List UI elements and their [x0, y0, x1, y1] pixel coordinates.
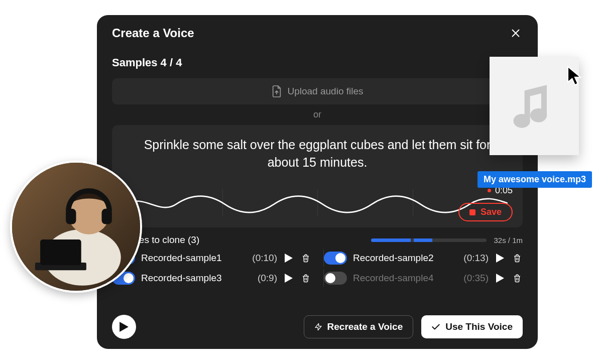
prompt-sentence: Sprinkle some salt over the eggplant cub… [127, 136, 508, 171]
svg-rect-11 [66, 209, 76, 224]
svg-rect-12 [102, 209, 112, 224]
bolt-icon [314, 321, 322, 332]
dragged-file-name-label: My awesome voice.mp3 [477, 171, 592, 188]
recreate-voice-label: Recreate a Voice [327, 321, 403, 332]
cursor-icon [566, 65, 583, 86]
svg-marker-4 [285, 274, 293, 283]
play-sample-button[interactable] [495, 253, 506, 264]
save-button-label: Save [481, 207, 502, 217]
svg-marker-7 [315, 323, 321, 330]
upload-file-icon [271, 85, 282, 98]
delete-sample-button[interactable] [512, 273, 523, 284]
svg-marker-2 [285, 254, 293, 263]
recording-indicator-icon [488, 189, 491, 192]
sample-name: Recorded-sample3 [141, 273, 252, 284]
recording-prompt-box: Sprinkle some salt over the eggplant cub… [112, 125, 523, 227]
upload-audio-label: Upload audio files [287, 86, 363, 97]
svg-marker-5 [496, 274, 504, 283]
play-icon [285, 274, 293, 283]
sample-row: Recorded-sample2 (0:13) [323, 250, 523, 267]
create-voice-modal: Create a Voice Samples 4 / 4 Upload audi… [97, 15, 538, 349]
svg-rect-14 [40, 239, 81, 265]
svg-marker-6 [119, 322, 129, 332]
check-icon [431, 323, 440, 330]
play-sample-button[interactable] [283, 253, 294, 264]
avatar [10, 161, 142, 293]
save-recording-button[interactable]: Save [458, 203, 513, 221]
play-sample-button[interactable] [495, 273, 506, 284]
sample-name: Recorded-sample2 [353, 253, 457, 264]
play-icon [285, 254, 293, 263]
sample-duration: (0:35) [463, 273, 489, 284]
modal-header: Create a Voice [97, 15, 538, 45]
samples-to-clone-section: Samples to clone (3) 32s / 1m Recorded-s… [112, 234, 523, 287]
sample-toggle[interactable] [324, 272, 347, 285]
clone-progress-label: 32s / 1m [494, 236, 523, 245]
sample-duration: (0:13) [463, 253, 489, 264]
svg-marker-15 [568, 67, 580, 85]
sample-toggle[interactable] [324, 252, 347, 265]
trash-icon [513, 253, 522, 263]
trash-icon [301, 253, 310, 263]
upload-audio-button[interactable]: Upload audio files [112, 78, 523, 104]
recreate-voice-button[interactable]: Recreate a Voice [304, 315, 414, 338]
modal-footer: Recreate a Voice Use This Voice [112, 315, 523, 339]
trash-icon [301, 273, 310, 283]
clone-progress-bar [371, 238, 487, 242]
play-sample-button[interactable] [283, 273, 294, 284]
delete-sample-button[interactable] [512, 253, 523, 264]
samples-count-label: Samples 4 / 4 [97, 45, 538, 74]
delete-sample-button[interactable] [300, 253, 311, 264]
sample-duration: (0:9) [258, 273, 277, 284]
sample-duration: (0:10) [252, 253, 277, 264]
sample-row: Recorded-sample1 (0:10) [112, 250, 311, 267]
or-separator: or [97, 109, 538, 120]
modal-title: Create a Voice [112, 26, 194, 40]
trash-icon [513, 273, 522, 283]
close-icon [510, 28, 521, 39]
music-note-icon [512, 81, 557, 131]
waveform-display [127, 185, 508, 220]
dragged-file-card[interactable] [490, 57, 579, 155]
play-icon [496, 254, 504, 263]
play-icon [496, 274, 504, 283]
sample-row: Recorded-sample3 (0:9) [112, 270, 311, 287]
svg-marker-3 [496, 254, 504, 263]
use-this-voice-label: Use This Voice [445, 321, 513, 332]
sample-row: Recorded-sample4 (0:35) [323, 270, 523, 287]
stop-icon [469, 209, 475, 215]
use-this-voice-button[interactable]: Use This Voice [421, 315, 523, 338]
delete-sample-button[interactable] [300, 273, 311, 284]
play-all-button[interactable] [112, 315, 136, 339]
avatar-image-icon [12, 163, 140, 291]
sample-name: Recorded-sample4 [353, 273, 457, 284]
play-icon [119, 322, 129, 332]
sample-name: Recorded-sample1 [141, 253, 246, 264]
close-button[interactable] [509, 26, 523, 40]
